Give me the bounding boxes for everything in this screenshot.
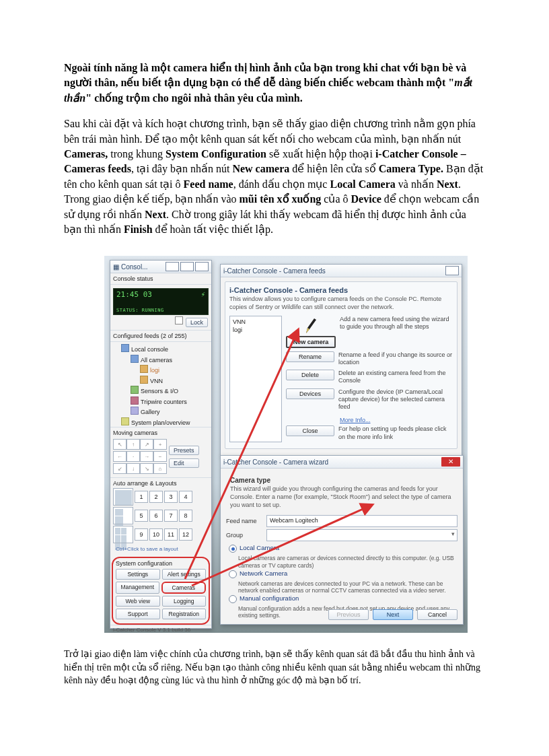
- close-icon[interactable]: [195, 262, 209, 271]
- console-titlebar[interactable]: ▦ Consol...: [110, 261, 211, 273]
- layout-num[interactable]: 3: [164, 491, 178, 503]
- zoom-out-icon[interactable]: −: [153, 451, 167, 462]
- wizard-titlebar[interactable]: i-Catcher Console - Camera wizard ✕: [221, 456, 463, 469]
- devices-desc: Configure the device (IP Camera/Local ca…: [338, 388, 453, 411]
- layout-thumb-1[interactable]: [113, 488, 133, 506]
- presets-button[interactable]: Presets: [169, 446, 199, 455]
- camera-item-icon: [140, 365, 148, 373]
- center-icon[interactable]: ·: [126, 451, 140, 462]
- more-info-link[interactable]: More Info...: [340, 417, 371, 423]
- management-button[interactable]: Management: [116, 582, 159, 594]
- layout-num[interactable]: 10: [149, 528, 163, 541]
- close-icon[interactable]: [445, 266, 459, 275]
- minimize-icon[interactable]: [166, 262, 179, 271]
- cancel-button[interactable]: Cancel: [417, 609, 458, 620]
- layout-num[interactable]: 1: [135, 491, 148, 503]
- feed-name-label: Feed name: [226, 518, 262, 524]
- layout-num[interactable]: 2: [149, 491, 163, 503]
- feed-name-input[interactable]: Webcam Logitech: [266, 515, 458, 527]
- alert-settings-button[interactable]: Alert settings: [162, 569, 207, 580]
- intro-text-2: " chống trộm cho ngôi nhà thân yêu của m…: [85, 92, 302, 104]
- feed-list-item[interactable]: logi: [231, 326, 280, 334]
- previous-button[interactable]: Previous: [328, 609, 369, 620]
- web-view-button[interactable]: Web view: [116, 596, 160, 607]
- layout-num[interactable]: 4: [179, 491, 192, 503]
- wizard-group-title: Camera type: [230, 477, 453, 484]
- layout-thumb-2[interactable]: [113, 507, 133, 524]
- rename-desc: Rename a feed if you change its source o…: [338, 351, 453, 367]
- console-window: ▦ Consol... Console status 21:45 03⚡ STA…: [110, 260, 212, 629]
- configured-feeds-label: Configured feeds (2 of 255): [110, 331, 211, 342]
- wizard-title: i-Catcher Console - Camera wizard: [223, 458, 328, 466]
- feed-tree[interactable]: Local console All cameras logi VNN Senso…: [110, 342, 211, 427]
- zoom-in-icon[interactable]: +: [153, 439, 167, 450]
- arrow-n-icon[interactable]: ↑: [126, 439, 140, 450]
- cameras-button[interactable]: Cameras: [161, 582, 207, 594]
- layout-num[interactable]: 7: [164, 510, 178, 522]
- registration-button[interactable]: Registration: [162, 609, 207, 619]
- lock-icon[interactable]: [175, 316, 183, 324]
- arrow-ne-icon[interactable]: ↗: [140, 439, 153, 450]
- feed-listbox[interactable]: VNN logi: [229, 316, 282, 442]
- maximize-icon[interactable]: [180, 262, 194, 271]
- console-title: Consol...: [121, 263, 147, 271]
- figure-wrap: ▦ Consol... Console status 21:45 03⚡ STA…: [104, 256, 485, 635]
- layout-thumb-3[interactable]: [113, 526, 133, 543]
- feeds-group-title: i-Catcher Console - Camera feeds: [229, 286, 453, 294]
- layout-hint: Ctrl+Click to save a layout: [113, 545, 209, 553]
- document-page: Ngoài tính năng là một camera hiển thị h…: [0, 0, 549, 728]
- feeds-group-desc: This window allows you to configure came…: [229, 296, 453, 311]
- feeds-title: i-Catcher Console - Camera feeds: [223, 267, 326, 275]
- wizard-group-desc: This wizard will guide you through confi…: [230, 485, 453, 509]
- layout-num[interactable]: 6: [149, 510, 163, 522]
- pen-icon: [303, 316, 318, 336]
- camera-feeds-dialog: i-Catcher Console - Camera feeds i-Catch…: [220, 264, 462, 456]
- radio-network-desc: Network cameras are devices connected to…: [229, 580, 455, 594]
- radio-local-camera[interactable]: Local Camera: [229, 544, 455, 553]
- delete-desc: Delete an existing camera feed from the …: [338, 370, 453, 385]
- layout-num[interactable]: 11: [164, 528, 178, 541]
- new-camera-desc: Add a new camera feed using the wizard t…: [340, 316, 453, 331]
- gallery-icon: [131, 407, 139, 415]
- next-button[interactable]: Next: [373, 609, 413, 620]
- feeds-titlebar[interactable]: i-Catcher Console - Camera feeds: [221, 265, 462, 277]
- layout-num[interactable]: 9: [135, 528, 148, 541]
- arrow-w-icon[interactable]: ←: [113, 451, 126, 462]
- support-button[interactable]: Support: [116, 609, 160, 619]
- feed-list-item[interactable]: VNN: [231, 318, 280, 326]
- version-label: i-Catcher Console V 3.1 build 36: [110, 625, 211, 634]
- arrow-s-icon[interactable]: ↓: [126, 463, 140, 474]
- settings-button[interactable]: Settings: [116, 569, 160, 580]
- intro-text-1: Ngoài tính năng là một camera hiển thị h…: [64, 62, 466, 88]
- close-icon[interactable]: ✕: [441, 457, 460, 467]
- arrow-e-icon[interactable]: →: [140, 451, 153, 462]
- radio-dot-icon: [229, 545, 237, 553]
- new-camera-button[interactable]: New camera: [286, 336, 336, 348]
- radio-manual-config[interactable]: Manual configuration: [229, 594, 455, 603]
- devices-button[interactable]: Devices: [286, 388, 334, 399]
- close-button[interactable]: Close: [286, 425, 334, 436]
- group-label: Group: [226, 532, 262, 539]
- radio-local-desc: Local cameras are cameras or devices con…: [229, 555, 455, 569]
- arrow-nw-icon[interactable]: ↖: [113, 439, 126, 450]
- lock-button[interactable]: Lock: [186, 318, 208, 327]
- group-combo[interactable]: [266, 529, 458, 541]
- edit-button[interactable]: Edit: [169, 458, 199, 468]
- home-icon[interactable]: ⌂: [153, 463, 167, 474]
- logging-button[interactable]: Logging: [162, 596, 207, 607]
- layout-num[interactable]: 12: [179, 528, 192, 541]
- layout-num[interactable]: 8: [179, 510, 192, 522]
- sensors-icon: [131, 386, 139, 394]
- layout-num[interactable]: 5: [135, 510, 148, 522]
- rename-button[interactable]: Rename: [286, 351, 334, 362]
- tripwire-icon: [131, 397, 139, 405]
- system-configuration-section: System configuration Settings Alert sett…: [112, 557, 210, 625]
- all-cameras-icon: [131, 355, 139, 363]
- arrow-se-icon[interactable]: ↘: [140, 463, 153, 474]
- screenshot-figure: ▦ Consol... Console status 21:45 03⚡ STA…: [104, 256, 468, 633]
- radio-network-camera[interactable]: Network Camera: [229, 570, 455, 578]
- arrow-sw-icon[interactable]: ↙: [113, 463, 126, 474]
- local-console-icon: [121, 344, 129, 352]
- led-display: 21:45 03⚡ STATUS: RUNNING: [113, 288, 209, 315]
- delete-button[interactable]: Delete: [286, 370, 334, 380]
